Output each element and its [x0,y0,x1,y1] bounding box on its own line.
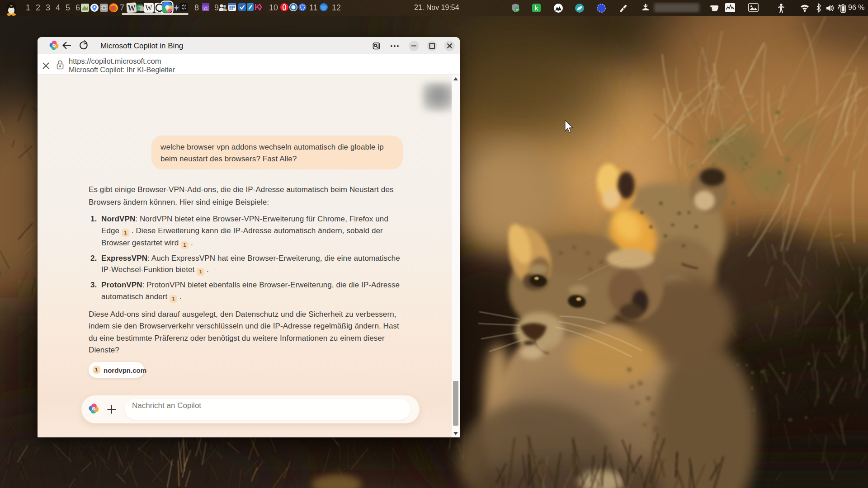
svg-text:k: k [534,4,538,12]
svg-text:W: W [127,4,136,13]
svg-text:21: 21 [203,6,208,10]
svg-text:W: W [145,4,152,12]
